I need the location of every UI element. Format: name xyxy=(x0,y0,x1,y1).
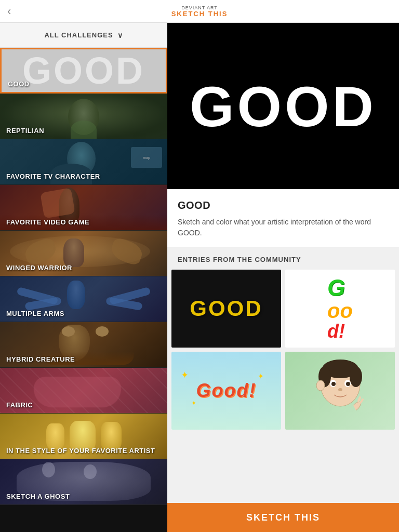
community-grid: GOOD G oo d! Good! ✦ xyxy=(167,270,399,434)
community-section: ENTRIES FROM THE COMMUNITY GOOD G oo d! xyxy=(167,247,399,503)
app-logo: DEVIANT ART SKETCH THIS xyxy=(171,5,228,17)
community-entry-2[interactable]: G oo d! xyxy=(285,270,395,348)
challenge-label: HYBRID CREATURE xyxy=(6,355,75,363)
challenge-label: FAVORITE TV CHARACTER xyxy=(6,172,100,180)
challenge-item-its[interactable]: IN THE STYLE OF YOUR FAVORITE ARTIST xyxy=(0,414,167,459)
challenge-label: FABRIC xyxy=(6,401,33,409)
svg-point-6 xyxy=(331,382,336,386)
hero-area: GOOD xyxy=(167,23,399,189)
challenge-title: GOOD xyxy=(178,200,389,211)
entry-thumbnail-2: G oo d! xyxy=(285,270,395,348)
app-header: ‹ DEVIANT ART SKETCH THIS xyxy=(0,0,399,23)
face-illustration xyxy=(314,358,366,421)
community-entry-3[interactable]: Good! ✦ ✦ ✦ xyxy=(171,352,281,430)
entry-thumbnail-3: Good! ✦ ✦ ✦ xyxy=(171,352,281,430)
challenge-label: SKETCH A GHOST xyxy=(6,493,70,500)
sketch-this-button[interactable]: SKETCH THIS xyxy=(167,503,399,532)
challenge-item-vg[interactable]: FAVORITE VIDEO GAME xyxy=(0,185,167,231)
challenge-item-ma[interactable]: MULTIPLE ARMS xyxy=(0,276,167,322)
challenges-list-panel: ALL CHALLENGES ∨ GOOD GOOD REPTILIAN map… xyxy=(0,23,167,532)
community-entry-4[interactable] xyxy=(285,352,395,430)
svg-point-8 xyxy=(338,388,342,391)
hero-text: GOOD xyxy=(190,73,377,139)
challenge-item-ghost[interactable]: SKETCH A GHOST xyxy=(0,459,167,505)
challenge-item-ww[interactable]: WINGED WARRIOR xyxy=(0,231,167,276)
chevron-down-icon: ∨ xyxy=(117,31,123,39)
challenge-bg-text: GOOD xyxy=(22,49,145,92)
challenge-label: MULTIPLE ARMS xyxy=(6,310,64,317)
svg-point-3 xyxy=(350,366,362,387)
svg-point-9 xyxy=(316,380,325,391)
entry-thumbnail-4 xyxy=(285,352,395,430)
challenge-detail-panel: GOOD GOOD Sketch and color what your art… xyxy=(167,23,399,532)
challenge-label: WINGED WARRIOR xyxy=(6,264,72,272)
challenge-label: FAVORITE VIDEO GAME xyxy=(6,218,89,226)
entry-art-1: GOOD xyxy=(190,296,262,321)
challenge-item-hc[interactable]: HYBRID CREATURE xyxy=(0,322,167,368)
logo-bottom-text: SKETCH THIS xyxy=(171,10,228,17)
filter-bar[interactable]: ALL CHALLENGES ∨ xyxy=(0,23,167,48)
challenge-label: IN THE STYLE OF YOUR FAVORITE ARTIST xyxy=(6,447,155,455)
community-header: ENTRIES FROM THE COMMUNITY xyxy=(167,247,399,270)
challenge-item-good[interactable]: GOOD GOOD xyxy=(0,48,167,94)
filter-label: ALL CHALLENGES xyxy=(44,31,113,39)
svg-line-11 xyxy=(361,400,363,403)
challenge-label: REPTILIAN xyxy=(6,127,44,135)
challenge-item-fabric[interactable]: FABRIC xyxy=(0,368,167,414)
challenge-description: Sketch and color what your artistic inte… xyxy=(178,217,389,238)
challenge-item-reptilian[interactable]: REPTILIAN xyxy=(0,94,167,139)
community-entry-1[interactable]: GOOD xyxy=(171,270,281,348)
challenge-item-tv[interactable]: map FAVORITE TV CHARACTER xyxy=(0,139,167,185)
svg-point-7 xyxy=(346,382,350,386)
challenge-label: GOOD xyxy=(8,80,30,88)
description-area: GOOD Sketch and color what your artistic… xyxy=(167,189,399,247)
svg-line-10 xyxy=(358,397,360,401)
entry-thumbnail-1: GOOD xyxy=(171,270,281,348)
back-button[interactable]: ‹ xyxy=(7,5,11,18)
sketch-this-label: SKETCH THIS xyxy=(246,512,320,523)
